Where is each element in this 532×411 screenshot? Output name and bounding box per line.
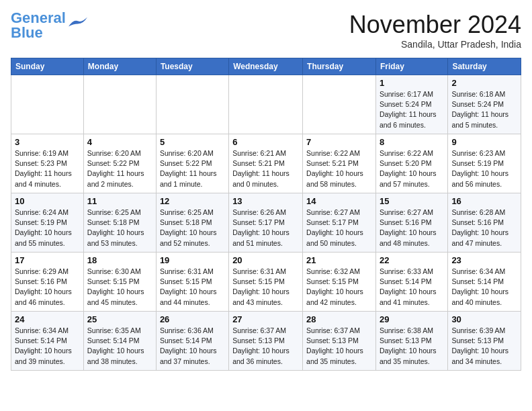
calendar-day-cell xyxy=(229,75,303,134)
day-info: Sunrise: 6:18 AM Sunset: 5:24 PM Dayligh… xyxy=(451,89,517,130)
day-number: 7 xyxy=(306,137,372,147)
weekday-header: Wednesday xyxy=(229,58,303,75)
day-number: 14 xyxy=(306,196,372,206)
day-number: 24 xyxy=(15,314,80,324)
calendar-day-cell: 18Sunrise: 6:30 AM Sunset: 5:15 PM Dayli… xyxy=(83,253,156,312)
day-number: 16 xyxy=(451,196,517,206)
calendar-day-cell: 1Sunrise: 6:17 AM Sunset: 5:24 PM Daylig… xyxy=(375,75,447,134)
day-number: 2 xyxy=(451,78,517,88)
calendar-week-row: 3Sunrise: 6:19 AM Sunset: 5:23 PM Daylig… xyxy=(11,134,521,193)
calendar-day-cell: 27Sunrise: 6:37 AM Sunset: 5:13 PM Dayli… xyxy=(229,312,303,371)
weekday-header: Thursday xyxy=(303,58,376,75)
day-info: Sunrise: 6:21 AM Sunset: 5:21 PM Dayligh… xyxy=(232,148,299,189)
day-number: 23 xyxy=(451,255,517,265)
calendar-day-cell: 6Sunrise: 6:21 AM Sunset: 5:21 PM Daylig… xyxy=(229,134,303,193)
day-info: Sunrise: 6:20 AM Sunset: 5:22 PM Dayligh… xyxy=(160,148,225,189)
day-number: 12 xyxy=(160,196,225,206)
day-number: 6 xyxy=(232,137,299,147)
day-info: Sunrise: 6:29 AM Sunset: 5:16 PM Dayligh… xyxy=(15,267,80,308)
logo-bird-icon xyxy=(69,17,87,29)
day-number: 13 xyxy=(232,196,299,206)
month-title: November 2024 xyxy=(349,11,521,39)
day-info: Sunrise: 6:36 AM Sunset: 5:14 PM Dayligh… xyxy=(160,326,225,367)
day-info: Sunrise: 6:37 AM Sunset: 5:13 PM Dayligh… xyxy=(306,326,372,367)
day-info: Sunrise: 6:25 AM Sunset: 5:18 PM Dayligh… xyxy=(160,208,225,248)
calendar-day-cell: 16Sunrise: 6:28 AM Sunset: 5:16 PM Dayli… xyxy=(448,193,521,253)
calendar-day-cell: 26Sunrise: 6:36 AM Sunset: 5:14 PM Dayli… xyxy=(156,312,228,371)
day-info: Sunrise: 6:33 AM Sunset: 5:14 PM Dayligh… xyxy=(380,267,444,308)
calendar-week-row: 24Sunrise: 6:34 AM Sunset: 5:14 PM Dayli… xyxy=(11,312,521,371)
calendar-day-cell: 21Sunrise: 6:32 AM Sunset: 5:15 PM Dayli… xyxy=(303,253,376,312)
day-info: Sunrise: 6:31 AM Sunset: 5:15 PM Dayligh… xyxy=(232,267,299,308)
calendar-day-cell xyxy=(156,75,228,134)
calendar-day-cell: 15Sunrise: 6:27 AM Sunset: 5:16 PM Dayli… xyxy=(375,193,447,253)
day-number: 11 xyxy=(87,196,152,206)
day-info: Sunrise: 6:27 AM Sunset: 5:17 PM Dayligh… xyxy=(306,208,372,248)
day-number: 4 xyxy=(87,137,152,147)
day-number: 25 xyxy=(87,314,152,324)
day-info: Sunrise: 6:31 AM Sunset: 5:15 PM Dayligh… xyxy=(160,267,225,308)
day-info: Sunrise: 6:20 AM Sunset: 5:22 PM Dayligh… xyxy=(87,148,152,189)
calendar-day-cell: 28Sunrise: 6:37 AM Sunset: 5:13 PM Dayli… xyxy=(303,312,376,371)
day-info: Sunrise: 6:17 AM Sunset: 5:24 PM Dayligh… xyxy=(380,89,444,130)
day-info: Sunrise: 6:24 AM Sunset: 5:19 PM Dayligh… xyxy=(15,208,80,248)
day-number: 3 xyxy=(15,137,80,147)
day-info: Sunrise: 6:32 AM Sunset: 5:15 PM Dayligh… xyxy=(306,267,372,308)
day-info: Sunrise: 6:35 AM Sunset: 5:14 PM Dayligh… xyxy=(87,326,152,367)
calendar-week-row: 17Sunrise: 6:29 AM Sunset: 5:16 PM Dayli… xyxy=(11,253,521,312)
weekday-header: Tuesday xyxy=(156,58,228,75)
weekday-header: Saturday xyxy=(448,58,521,75)
day-info: Sunrise: 6:28 AM Sunset: 5:16 PM Dayligh… xyxy=(451,208,517,248)
calendar-day-cell: 19Sunrise: 6:31 AM Sunset: 5:15 PM Dayli… xyxy=(156,253,228,312)
day-number: 21 xyxy=(306,255,372,265)
day-info: Sunrise: 6:37 AM Sunset: 5:13 PM Dayligh… xyxy=(232,326,299,367)
day-info: Sunrise: 6:26 AM Sunset: 5:17 PM Dayligh… xyxy=(232,208,299,248)
calendar-table: SundayMondayTuesdayWednesdayThursdayFrid… xyxy=(11,58,521,371)
day-info: Sunrise: 6:34 AM Sunset: 5:14 PM Dayligh… xyxy=(15,326,80,367)
day-info: Sunrise: 6:22 AM Sunset: 5:21 PM Dayligh… xyxy=(306,148,372,189)
calendar-day-cell: 4Sunrise: 6:20 AM Sunset: 5:22 PM Daylig… xyxy=(83,134,156,193)
day-number: 5 xyxy=(160,137,225,147)
day-number: 22 xyxy=(380,255,444,265)
calendar-day-cell xyxy=(303,75,376,134)
calendar-day-cell: 13Sunrise: 6:26 AM Sunset: 5:17 PM Dayli… xyxy=(229,193,303,253)
calendar-week-row: 1Sunrise: 6:17 AM Sunset: 5:24 PM Daylig… xyxy=(11,75,521,134)
day-info: Sunrise: 6:34 AM Sunset: 5:14 PM Dayligh… xyxy=(451,267,517,308)
calendar-day-cell: 2Sunrise: 6:18 AM Sunset: 5:24 PM Daylig… xyxy=(448,75,521,134)
weekday-header: Sunday xyxy=(11,58,84,75)
day-number: 19 xyxy=(160,255,225,265)
page-header: GeneralBlue November 2024 Sandila, Uttar… xyxy=(11,11,521,50)
weekday-header: Monday xyxy=(83,58,156,75)
logo-text: GeneralBlue xyxy=(11,11,66,40)
day-info: Sunrise: 6:19 AM Sunset: 5:23 PM Dayligh… xyxy=(15,148,80,189)
title-block: November 2024 Sandila, Uttar Pradesh, In… xyxy=(349,11,521,50)
calendar-day-cell: 9Sunrise: 6:23 AM Sunset: 5:19 PM Daylig… xyxy=(448,134,521,193)
calendar-day-cell: 30Sunrise: 6:39 AM Sunset: 5:13 PM Dayli… xyxy=(448,312,521,371)
calendar-day-cell: 10Sunrise: 6:24 AM Sunset: 5:19 PM Dayli… xyxy=(11,193,84,253)
calendar-header: SundayMondayTuesdayWednesdayThursdayFrid… xyxy=(11,58,521,75)
calendar-day-cell: 7Sunrise: 6:22 AM Sunset: 5:21 PM Daylig… xyxy=(303,134,376,193)
calendar-day-cell: 8Sunrise: 6:22 AM Sunset: 5:20 PM Daylig… xyxy=(375,134,447,193)
calendar-week-row: 10Sunrise: 6:24 AM Sunset: 5:19 PM Dayli… xyxy=(11,193,521,253)
day-number: 9 xyxy=(451,137,517,147)
day-info: Sunrise: 6:30 AM Sunset: 5:15 PM Dayligh… xyxy=(87,267,152,308)
calendar-day-cell xyxy=(83,75,156,134)
location-text: Sandila, Uttar Pradesh, India xyxy=(349,39,521,50)
calendar-day-cell: 17Sunrise: 6:29 AM Sunset: 5:16 PM Dayli… xyxy=(11,253,84,312)
day-number: 17 xyxy=(15,255,80,265)
calendar-day-cell: 5Sunrise: 6:20 AM Sunset: 5:22 PM Daylig… xyxy=(156,134,228,193)
day-number: 30 xyxy=(451,314,517,324)
calendar-day-cell: 3Sunrise: 6:19 AM Sunset: 5:23 PM Daylig… xyxy=(11,134,84,193)
day-info: Sunrise: 6:27 AM Sunset: 5:16 PM Dayligh… xyxy=(380,208,444,248)
calendar-day-cell: 23Sunrise: 6:34 AM Sunset: 5:14 PM Dayli… xyxy=(448,253,521,312)
day-number: 26 xyxy=(160,314,225,324)
day-number: 27 xyxy=(232,314,299,324)
day-info: Sunrise: 6:22 AM Sunset: 5:20 PM Dayligh… xyxy=(380,148,444,189)
day-number: 1 xyxy=(380,78,444,88)
logo: GeneralBlue xyxy=(11,11,87,40)
day-number: 28 xyxy=(306,314,372,324)
day-info: Sunrise: 6:23 AM Sunset: 5:19 PM Dayligh… xyxy=(451,148,517,189)
calendar-day-cell xyxy=(11,75,84,134)
weekday-header: Friday xyxy=(375,58,447,75)
day-number: 18 xyxy=(87,255,152,265)
